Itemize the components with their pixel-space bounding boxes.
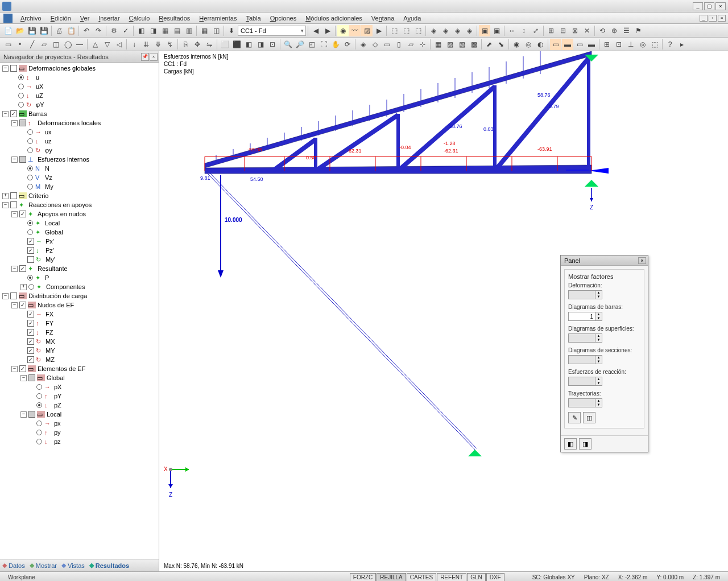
disp-a-icon[interactable]: ◉ <box>511 39 522 50</box>
check-icon[interactable]: ✓ <box>120 25 131 36</box>
print-icon[interactable]: 🖨 <box>53 25 65 36</box>
next-icon[interactable]: ▶ <box>322 25 333 36</box>
view-a-icon[interactable]: ⬚ <box>388 25 400 36</box>
menu-ayuda[interactable]: Ayuda <box>399 14 425 23</box>
pan-icon[interactable]: ✋ <box>330 39 341 50</box>
sec-c-icon[interactable]: ⊠ <box>569 25 581 36</box>
disp-c-icon[interactable]: ◐ <box>535 39 546 50</box>
panel-tab-a-icon[interactable]: ◧ <box>564 438 577 450</box>
end-a-icon[interactable]: ⟲ <box>597 25 608 36</box>
status-tab-refent[interactable]: REFENT <box>437 573 466 582</box>
grid-icon[interactable]: ⊞ <box>601 39 613 50</box>
loadcase-icon[interactable]: ⬇ <box>226 25 237 36</box>
nav-b-icon[interactable]: ⬊ <box>495 39 507 50</box>
mirror-icon[interactable]: ⇋ <box>204 39 215 50</box>
report-icon[interactable]: 📋 <box>65 25 77 36</box>
node-icon[interactable]: • <box>14 39 26 50</box>
zoom-in-icon[interactable]: 🔍 <box>282 39 293 50</box>
style-c-icon[interactable]: ▧ <box>456 39 468 50</box>
model-viewport[interactable]: Esfuerzos internos N [kN] CC1 : Fd Carga… <box>159 51 728 571</box>
sup-c-icon[interactable]: ◁ <box>113 39 125 50</box>
tab-mostrar[interactable]: ◆Mostrar <box>30 562 57 569</box>
new-icon[interactable]: 📄 <box>2 25 14 36</box>
mdi-close[interactable]: × <box>718 15 726 22</box>
persp-icon[interactable]: ◇ <box>369 39 380 50</box>
status-tab-forzc[interactable]: FORZC <box>350 573 376 582</box>
copy-icon[interactable]: ⎘ <box>180 39 191 50</box>
top-icon[interactable]: ▱ <box>405 39 416 50</box>
zoom-out-icon[interactable]: 🔎 <box>294 39 305 50</box>
snap-icon[interactable]: ⊡ <box>613 39 624 50</box>
tab-resultados[interactable]: ◆Resultados <box>89 562 129 569</box>
view3-icon[interactable]: ◧ <box>243 39 254 50</box>
end-d-icon[interactable]: ⚑ <box>632 25 644 36</box>
grp-b-icon[interactable]: ◈ <box>440 25 451 36</box>
menu-resultados[interactable]: Resultados <box>154 14 195 23</box>
front-icon[interactable]: ▭ <box>381 39 392 50</box>
view-b-icon[interactable]: ⬚ <box>400 25 412 36</box>
grp-d-icon[interactable]: ◈ <box>464 25 475 36</box>
ld-c-icon[interactable]: ⤋ <box>152 39 164 50</box>
navigator-pin-icon[interactable]: 📌 <box>141 53 149 61</box>
wf-d-icon[interactable]: ▬ <box>586 39 597 50</box>
ly-b-icon[interactable]: ▣ <box>491 25 502 36</box>
disp-b-icon[interactable]: ◎ <box>523 39 534 50</box>
redo-icon[interactable]: ↷ <box>93 25 104 36</box>
nav-a-icon[interactable]: ⬈ <box>483 39 495 50</box>
ld-a-icon[interactable]: ↓ <box>129 39 140 50</box>
loadcase-combo[interactable]: CC1 - Fd <box>238 26 306 36</box>
style-b-icon[interactable]: ▨ <box>444 39 456 50</box>
sec-a-icon[interactable]: ⊞ <box>545 25 557 36</box>
menu-edicion[interactable]: Edición <box>46 14 76 23</box>
sup-b-icon[interactable]: ▽ <box>101 39 113 50</box>
navigator-close-icon[interactable]: × <box>150 53 158 61</box>
zoom-fit-icon[interactable]: ⛶ <box>318 39 329 50</box>
ortho-icon[interactable]: ⊥ <box>625 39 636 50</box>
close-button[interactable]: × <box>715 2 726 10</box>
menu-tabla[interactable]: Tabla <box>241 14 265 23</box>
tool-e-icon[interactable]: ▥ <box>183 25 195 36</box>
panel-edit-icon[interactable]: ✎ <box>568 412 581 423</box>
wf-c-icon[interactable]: ▭ <box>574 39 585 50</box>
panel-close-icon[interactable]: × <box>638 257 646 264</box>
dim-c-icon[interactable]: ⤢ <box>530 25 541 36</box>
open-icon[interactable]: 📂 <box>14 25 26 36</box>
osnap-icon[interactable]: ◎ <box>637 39 648 50</box>
menu-archivo[interactable]: Archivo <box>16 14 46 23</box>
ld-b-icon[interactable]: ⇊ <box>140 39 152 50</box>
select-icon[interactable]: ▭ <box>2 39 14 50</box>
solid-icon[interactable]: ◫ <box>50 39 61 50</box>
menu-modulos[interactable]: Módulos adicionales <box>301 14 367 23</box>
menu-insertar[interactable]: Insertar <box>94 14 124 23</box>
tab-datos[interactable]: ◆Datos <box>2 562 25 569</box>
end-c-icon[interactable]: ☰ <box>621 25 632 36</box>
table-icon[interactable]: ▦ <box>198 25 210 36</box>
view-c-icon[interactable]: ⬚ <box>412 25 424 36</box>
grp-a-icon[interactable]: ◈ <box>428 25 439 36</box>
undo-icon[interactable]: ↶ <box>81 25 92 36</box>
wf-b-icon[interactable]: ▬ <box>562 39 573 50</box>
axes-icon[interactable]: ⊹ <box>417 39 428 50</box>
menu-ver[interactable]: Ver <box>76 14 94 23</box>
end-b-icon[interactable]: ⊕ <box>609 25 620 36</box>
style-d-icon[interactable]: ▩ <box>468 39 479 50</box>
ly-a-icon[interactable]: ▣ <box>479 25 490 36</box>
wf-a-icon[interactable]: ▭ <box>550 39 561 50</box>
expand-icon[interactable]: − <box>2 65 9 72</box>
anim-icon[interactable]: ▶ <box>373 25 384 36</box>
barras-input[interactable] <box>568 312 595 321</box>
maximize-button[interactable]: ▢ <box>704 2 714 10</box>
saveas-icon[interactable]: 💾 <box>38 25 49 36</box>
mdi-restore[interactable]: ▫ <box>709 15 717 22</box>
tool-d-icon[interactable]: ▤ <box>171 25 183 36</box>
end-icon[interactable]: ⬚ <box>649 39 660 50</box>
status-tab-cartes[interactable]: CARTES <box>407 573 436 582</box>
rotate-icon[interactable]: ⟳ <box>342 39 353 50</box>
render-icon[interactable]: ▨ <box>361 25 373 36</box>
menu-herramientas[interactable]: Herramientas <box>195 14 241 23</box>
side-icon[interactable]: ▯ <box>393 39 404 50</box>
results-toggle-icon[interactable]: ◉ <box>337 25 349 36</box>
panel-icon[interactable]: ◫ <box>210 25 222 36</box>
line-icon[interactable]: — <box>74 39 85 50</box>
view4-icon[interactable]: ◨ <box>255 39 266 50</box>
